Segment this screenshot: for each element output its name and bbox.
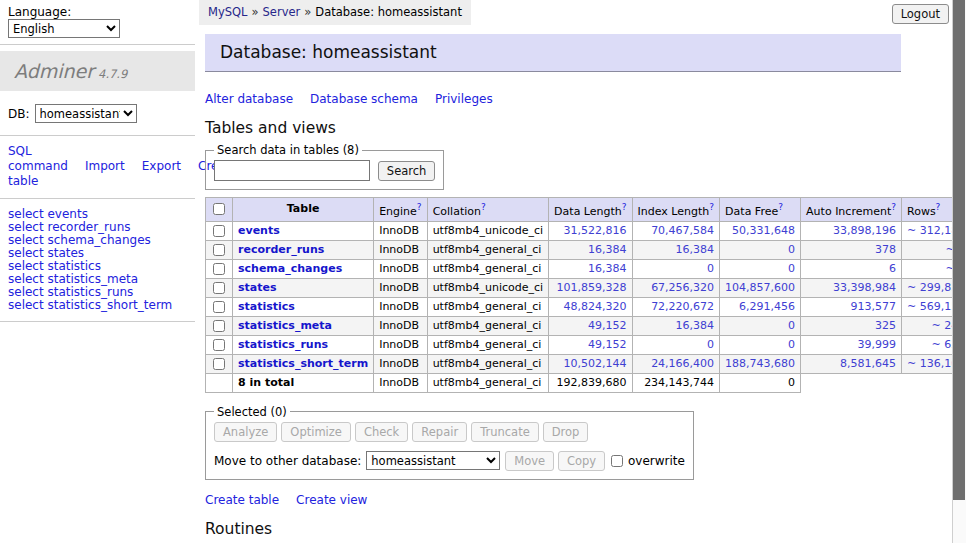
database-action-link[interactable]: Alter database: [205, 92, 293, 106]
table-name-cell: statistics: [233, 297, 374, 316]
data-length-cell[interactable]: 101,859,328: [549, 278, 632, 297]
move-database-select[interactable]: homeassistant: [366, 451, 500, 470]
row-checkbox[interactable]: [213, 358, 225, 370]
row-checkbox[interactable]: [213, 339, 225, 351]
data-length-cell[interactable]: 10,502,144: [549, 354, 632, 373]
auto-increment-cell[interactable]: 6: [801, 259, 902, 278]
engine-cell: InnoDB: [374, 259, 427, 278]
row-checkbox[interactable]: [213, 320, 225, 332]
row-checkbox[interactable]: [213, 301, 225, 313]
auto-increment-cell[interactable]: 325: [801, 316, 902, 335]
table-row: eventsInnoDButf8mb4_unicode_ci31,522,816…: [206, 221, 966, 240]
tables-total-row: 8 in totalInnoDButf8mb4_general_ci192,83…: [206, 373, 966, 392]
index-length-cell[interactable]: 0: [632, 259, 720, 278]
create-link[interactable]: Create view: [296, 493, 367, 507]
scrollbar-thumb[interactable]: [953, 0, 965, 500]
total-data-length-cell: 192,839,680: [549, 373, 632, 392]
row-checkbox[interactable]: [213, 244, 225, 256]
column-help-link[interactable]: ?: [891, 202, 896, 212]
database-action-link[interactable]: Privileges: [435, 92, 493, 106]
auto-increment-cell[interactable]: 33,398,984: [801, 278, 902, 297]
data-free-cell[interactable]: 188,743,680: [720, 354, 801, 373]
sidebar-command-link[interactable]: Import: [85, 159, 125, 173]
data-free-cell[interactable]: 0: [720, 316, 801, 335]
index-length-cell[interactable]: 24,166,400: [632, 354, 720, 373]
auto-increment-cell[interactable]: 8,581,645: [801, 354, 902, 373]
row-checkbox-cell: [206, 316, 233, 335]
search-input[interactable]: [214, 160, 370, 181]
auto-increment-cell[interactable]: 378: [801, 240, 902, 259]
search-button[interactable]: Search: [378, 161, 436, 181]
check-button[interactable]: Check: [355, 422, 408, 442]
table-name-cell: recorder_runs: [233, 240, 374, 259]
vertical-scrollbar[interactable]: [952, 0, 966, 543]
column-help-link[interactable]: ?: [778, 202, 783, 212]
index-length-cell[interactable]: 70,467,584: [632, 221, 720, 240]
data-free-cell[interactable]: 0: [720, 335, 801, 354]
db-select[interactable]: homeassistant: [35, 104, 137, 123]
table-name-link[interactable]: statistics_runs: [238, 338, 328, 351]
row-checkbox[interactable]: [213, 282, 225, 294]
truncate-button[interactable]: Truncate: [471, 422, 539, 442]
page-title: Database: homeassistant: [205, 34, 901, 72]
row-checkbox[interactable]: [213, 263, 225, 275]
row-checkbox[interactable]: [213, 225, 225, 237]
column-help-link[interactable]: ?: [417, 202, 422, 212]
language-select[interactable]: English: [8, 19, 120, 38]
index-length-cell[interactable]: 67,256,320: [632, 278, 720, 297]
data-length-cell[interactable]: 16,384: [549, 240, 632, 259]
table-name-link[interactable]: states: [238, 281, 277, 294]
data-length-cell[interactable]: 16,384: [549, 259, 632, 278]
column-help-link[interactable]: ?: [936, 202, 941, 212]
data-length-cell[interactable]: 31,522,816: [549, 221, 632, 240]
total-index-length-cell: 234,143,744: [632, 373, 720, 392]
optimize-button[interactable]: Optimize: [281, 422, 351, 442]
index-length-cell[interactable]: 0: [632, 335, 720, 354]
breadcrumb-link-server[interactable]: Server: [263, 5, 301, 19]
table-row: schema_changesInnoDButf8mb4_general_ci16…: [206, 259, 966, 278]
column-help-link[interactable]: ?: [481, 202, 486, 212]
sidebar-command-link[interactable]: Export: [142, 159, 181, 173]
content: MySQL»Server»Database: homeassistant Dat…: [205, 0, 947, 543]
table-row: statisticsInnoDButf8mb4_general_ci48,824…: [206, 297, 966, 316]
auto-increment-cell[interactable]: 913,577: [801, 297, 902, 316]
table-name-link[interactable]: statistics: [238, 300, 295, 313]
sidebar-command-link[interactable]: SQL command: [8, 144, 68, 173]
column-header: Auto Increment?: [801, 198, 902, 222]
overwrite-checkbox[interactable]: [611, 455, 623, 467]
collation-cell: utf8mb4_general_ci: [427, 297, 548, 316]
repair-button[interactable]: Repair: [412, 422, 467, 442]
copy-button[interactable]: Copy: [558, 451, 605, 471]
data-free-cell[interactable]: 0: [720, 240, 801, 259]
table-name-link[interactable]: recorder_runs: [238, 243, 324, 256]
create-link[interactable]: Create table: [205, 493, 279, 507]
row-checkbox-cell: [206, 297, 233, 316]
database-action-link[interactable]: Database schema: [310, 92, 418, 106]
move-button[interactable]: Move: [505, 451, 554, 471]
data-free-cell[interactable]: 104,857,600: [720, 278, 801, 297]
select-all-checkbox[interactable]: [213, 203, 225, 215]
drop-button[interactable]: Drop: [543, 422, 589, 442]
table-name-link[interactable]: statistics_meta: [238, 319, 332, 332]
auto-increment-cell[interactable]: 39,999: [801, 335, 902, 354]
data-free-cell[interactable]: 50,331,648: [720, 221, 801, 240]
data-free-cell[interactable]: 0: [720, 259, 801, 278]
row-checkbox-cell: [206, 240, 233, 259]
data-length-cell[interactable]: 48,824,320: [549, 297, 632, 316]
table-name-link[interactable]: events: [238, 224, 280, 237]
table-name-link[interactable]: statistics_short_term: [238, 357, 368, 370]
column-help-link[interactable]: ?: [709, 202, 714, 212]
analyze-button[interactable]: Analyze: [214, 422, 277, 442]
index-length-cell[interactable]: 16,384: [632, 240, 720, 259]
column-help-link[interactable]: ?: [622, 202, 627, 212]
data-length-cell[interactable]: 49,152: [549, 316, 632, 335]
auto-increment-cell[interactable]: 33,898,196: [801, 221, 902, 240]
data-length-cell[interactable]: 49,152: [549, 335, 632, 354]
index-length-cell[interactable]: 16,384: [632, 316, 720, 335]
breadcrumb-link-mysql[interactable]: MySQL: [208, 5, 248, 19]
sidebar-table-link[interactable]: select statistics_short_term: [8, 299, 187, 312]
index-length-cell[interactable]: 72,220,672: [632, 297, 720, 316]
sidebar-commands: SQL commandImportExportCreate table: [0, 136, 195, 199]
table-name-link[interactable]: schema_changes: [238, 262, 342, 275]
data-free-cell[interactable]: 6,291,456: [720, 297, 801, 316]
